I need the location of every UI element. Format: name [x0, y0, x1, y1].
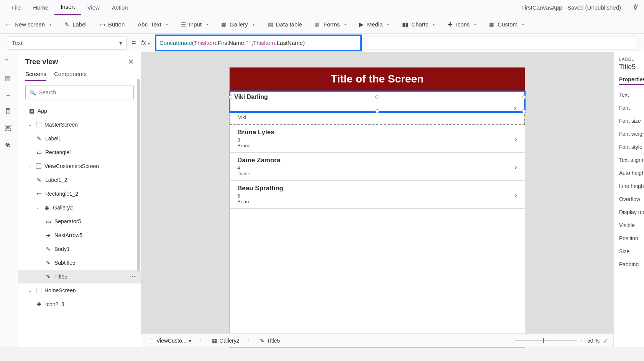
breadcrumb-gallery[interactable]: ▦Gallery2: [210, 336, 242, 345]
tree-node-home[interactable]: ⌄HomeScreen: [18, 284, 141, 297]
media-rail-icon[interactable]: 🖼: [5, 125, 13, 134]
hamburger-icon[interactable]: ≡: [5, 58, 13, 66]
breadcrumb-screen[interactable]: ViewCusto...▾: [146, 336, 194, 345]
tree-node-nextarrow5[interactable]: ➜NextArrow5: [18, 228, 141, 242]
text-button[interactable]: Abc Text: [135, 21, 170, 28]
chevron-right-icon[interactable]: ›: [514, 162, 517, 171]
data-icon[interactable]: 🗄: [5, 108, 13, 117]
input-button[interactable]: ☰ Input: [179, 21, 210, 28]
prop-font[interactable]: Font: [619, 105, 644, 111]
collapse-icon[interactable]: ⌄: [28, 288, 33, 293]
resize-handle[interactable]: [375, 109, 379, 113]
label-label: Label: [72, 21, 87, 28]
prop-font-weight[interactable]: Font weight: [619, 131, 644, 137]
chevron-right-icon[interactable]: ›: [514, 190, 517, 199]
breadcrumb-label-2: Gallery2: [219, 338, 239, 344]
prop-font-style[interactable]: Font style: [619, 144, 644, 150]
input-label: Input: [189, 21, 202, 28]
tree-view-icon[interactable]: ▤: [5, 74, 13, 83]
gallery-button[interactable]: ▦ Gallery: [219, 21, 257, 28]
gallery-item-3[interactable]: Beau Spratling 5 Beau ›: [230, 181, 525, 209]
forms-button[interactable]: ▥ Forms: [313, 21, 349, 28]
resize-handle[interactable]: [522, 95, 526, 99]
collapse-icon[interactable]: ⌄: [36, 206, 41, 210]
tree-search[interactable]: 🔍: [25, 86, 134, 99]
prop-text[interactable]: Text: [619, 92, 644, 98]
tools-icon[interactable]: 🛠: [5, 142, 13, 150]
zoom-thumb[interactable]: [543, 338, 544, 343]
prop-overflow[interactable]: Overflow: [619, 196, 644, 202]
menu-insert[interactable]: Insert: [54, 0, 81, 15]
collapse-icon[interactable]: ⌄: [28, 164, 33, 168]
search-input[interactable]: [39, 89, 130, 96]
menu-home[interactable]: Home: [27, 0, 54, 15]
add-icon[interactable]: ＋: [5, 91, 13, 100]
tree-node-master[interactable]: ⌄MasterScreen: [18, 118, 141, 132]
fit-screen-icon[interactable]: ⤢: [603, 338, 608, 344]
fx-button[interactable]: fx: [141, 40, 150, 46]
tree-node-app[interactable]: ▦App: [18, 104, 141, 118]
zoom-in-button[interactable]: +: [580, 338, 583, 344]
formula-input[interactable]: Concatenate(ThisItem.FirstName, " ", Thi…: [155, 35, 362, 51]
scrollbar-thumb[interactable]: [137, 79, 140, 271]
label-button[interactable]: ✎ Label: [62, 21, 89, 28]
tree-node-title5[interactable]: ✎Title5⋯: [18, 270, 141, 284]
menu-file[interactable]: File: [5, 0, 27, 15]
formula-rest[interactable]: [367, 36, 636, 50]
chevron-right-icon[interactable]: ›: [514, 103, 516, 112]
tree-node-separator5[interactable]: ▭Separator5: [18, 214, 141, 228]
gallery-subtitle-2: 4: [237, 165, 517, 171]
prop-position[interactable]: Position: [619, 235, 644, 241]
tree-scrollbar[interactable]: [137, 79, 140, 340]
tree-node-subtitle5[interactable]: ✎Subtitle5: [18, 256, 141, 270]
tree-node-label1[interactable]: ✎Label1: [18, 132, 141, 145]
breadcrumb-title5[interactable]: ✎Title5: [258, 336, 282, 345]
gallery-item-1[interactable]: Bruna Lyles 3 Bruna ›: [230, 125, 525, 153]
menu-action[interactable]: Action: [106, 0, 134, 15]
selection-frame[interactable]: Viki Darling: [229, 91, 526, 113]
tab-components[interactable]: Components: [54, 71, 87, 81]
text-label: Text: [151, 21, 161, 28]
zoom-slider[interactable]: [515, 340, 577, 341]
prop-text-align[interactable]: Text alignme: [619, 157, 644, 163]
close-icon[interactable]: ✕: [128, 58, 134, 66]
resize-handle[interactable]: [228, 95, 232, 99]
chevron-down-icon[interactable]: ▾: [189, 338, 191, 344]
charts-button[interactable]: ▮▮ Charts: [400, 21, 437, 28]
media-button[interactable]: ▶ Media: [357, 21, 391, 28]
custom-button[interactable]: ▦ Custom: [487, 21, 526, 28]
datatable-button[interactable]: ▤ Data table: [265, 21, 304, 28]
button-button[interactable]: ▭ Button: [97, 21, 127, 28]
tree-node-rect1[interactable]: ▭Rectangle1: [18, 145, 141, 159]
new-screen-label: New screen: [15, 21, 45, 28]
props-tab-properties[interactable]: Properties: [619, 76, 644, 85]
collapse-icon[interactable]: ⌄: [28, 123, 33, 127]
prop-padding[interactable]: Padding: [619, 261, 644, 267]
menu-view[interactable]: View: [81, 0, 106, 15]
gallery-item-2[interactable]: Daine Zamora 4 Daine ›: [230, 153, 525, 181]
tree-node-rect1-2[interactable]: ▭Rectangle1_2: [18, 187, 141, 201]
prop-font-size[interactable]: Font size: [619, 118, 644, 124]
chevron-right-icon[interactable]: ›: [514, 134, 517, 143]
diagnostics-icon[interactable]: ℣: [633, 3, 638, 12]
tree-node-viewcustomers[interactable]: ⌄ViewCustomersScreen: [18, 159, 141, 173]
resize-handle[interactable]: [522, 109, 526, 113]
tree-node-gallery2[interactable]: ⌄▦Gallery2: [18, 201, 141, 214]
property-select[interactable]: Text ▾: [8, 36, 127, 50]
tree-node-icon2-3[interactable]: ✚Icon2_3: [18, 297, 141, 311]
tab-screens[interactable]: Screens: [25, 71, 46, 81]
prop-visible[interactable]: Visible: [619, 222, 644, 228]
gallery-item-0[interactable]: Viki Darling Viki ›: [230, 91, 525, 125]
tree-node-label1-2[interactable]: ✎Label1_2: [18, 173, 141, 187]
zoom-out-button[interactable]: −: [508, 338, 511, 344]
resize-handle[interactable]: [375, 95, 379, 99]
new-screen-button[interactable]: ▭ New screen: [4, 21, 54, 28]
screen-preview[interactable]: Title of the Screen Viki Darling Viki › …: [230, 68, 525, 347]
tree-node-body1[interactable]: ✎Body1: [18, 242, 141, 256]
prop-auto-height[interactable]: Auto height: [619, 170, 644, 176]
prop-size[interactable]: Size: [619, 248, 644, 254]
icons-button[interactable]: ✚ Icons: [445, 21, 478, 28]
prop-line-height[interactable]: Line height: [619, 183, 644, 189]
prop-display-mode[interactable]: Display mod: [619, 209, 644, 215]
more-icon[interactable]: ⋯: [130, 274, 135, 280]
